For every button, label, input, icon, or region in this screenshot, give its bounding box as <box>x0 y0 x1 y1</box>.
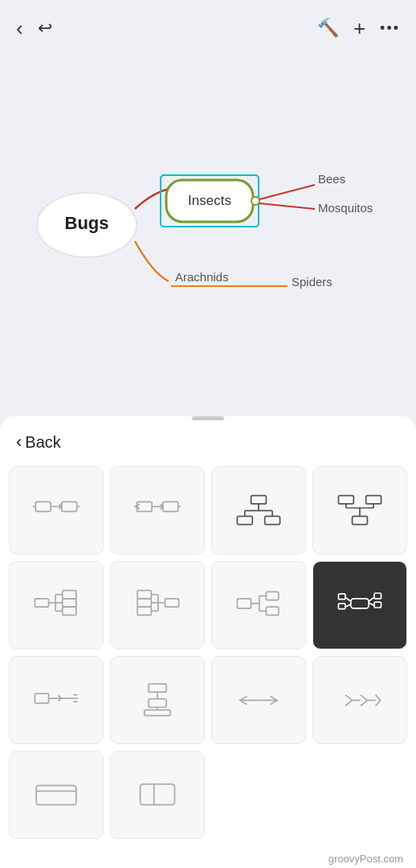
svg-rect-43 <box>63 599 76 607</box>
svg-rect-22 <box>251 496 267 504</box>
more-button[interactable]: ••• <box>380 20 400 37</box>
hammer-icon[interactable]: 🔨 <box>317 18 339 39</box>
shape-option-6[interactable] <box>110 561 205 649</box>
svg-rect-61 <box>351 599 369 608</box>
back-button[interactable]: ‹ <box>16 16 23 41</box>
svg-rect-70 <box>35 694 48 703</box>
svg-rect-42 <box>63 591 76 599</box>
shape-option-8[interactable] <box>312 561 407 649</box>
back-label: Back <box>25 433 60 452</box>
svg-rect-27 <box>237 516 252 524</box>
svg-rect-60 <box>266 607 278 615</box>
shape-option-10[interactable] <box>110 656 205 744</box>
svg-text:Arachnids: Arachnids <box>175 270 229 284</box>
shape-option-3[interactable] <box>211 466 306 555</box>
svg-rect-76 <box>149 684 166 692</box>
svg-rect-78 <box>149 699 166 707</box>
svg-rect-68 <box>338 594 345 600</box>
svg-rect-36 <box>35 599 48 607</box>
svg-point-4 <box>251 197 259 205</box>
svg-rect-59 <box>266 592 278 600</box>
back-button[interactable]: ‹ Back <box>16 432 61 452</box>
panel-header: ‹ Back <box>0 420 416 461</box>
svg-rect-29 <box>338 496 353 504</box>
svg-text:Mosquitos: Mosquitos <box>318 201 373 215</box>
svg-line-7 <box>259 203 315 209</box>
watermark: groovyPost.com <box>0 848 416 868</box>
watermark-text: groovyPost.com <box>328 853 403 865</box>
svg-rect-86 <box>141 784 175 805</box>
svg-rect-64 <box>374 593 381 599</box>
shape-option-9[interactable] <box>9 656 104 744</box>
svg-rect-69 <box>338 604 345 609</box>
shape-option-11[interactable] <box>211 656 306 744</box>
svg-line-66 <box>345 597 351 601</box>
svg-rect-35 <box>353 516 368 524</box>
shape-option-4[interactable] <box>312 466 407 555</box>
svg-rect-44 <box>63 607 76 615</box>
svg-line-5 <box>259 185 315 199</box>
svg-rect-53 <box>137 607 151 615</box>
svg-rect-13 <box>62 502 77 511</box>
svg-rect-28 <box>265 516 280 524</box>
header-left: ‹ ↩ <box>16 16 52 41</box>
mindmap-canvas: ‹ ↩ 🔨 + ••• Bugs Insects <box>0 0 416 410</box>
header-right: 🔨 + ••• <box>317 16 400 41</box>
shape-option-14[interactable] <box>110 751 205 839</box>
shape-option-5[interactable] <box>9 561 104 649</box>
shape-option-7[interactable] <box>211 561 306 649</box>
svg-rect-30 <box>366 496 381 504</box>
svg-text:Bugs: Bugs <box>65 213 109 233</box>
shapes-grid <box>0 461 416 848</box>
add-button[interactable]: + <box>353 16 365 41</box>
shape-option-1[interactable] <box>9 466 104 555</box>
svg-text:Bees: Bees <box>318 172 345 186</box>
shape-option-12[interactable] <box>312 656 407 744</box>
svg-rect-80 <box>145 710 171 715</box>
back-chevron-icon: ‹ <box>16 432 22 452</box>
svg-line-62 <box>369 597 374 601</box>
svg-rect-12 <box>35 502 51 511</box>
svg-line-63 <box>369 603 374 605</box>
svg-rect-45 <box>165 599 178 607</box>
svg-rect-84 <box>36 785 76 805</box>
svg-rect-54 <box>237 599 251 608</box>
app-header: ‹ ↩ 🔨 + ••• <box>0 0 416 56</box>
svg-text:Spiders: Spiders <box>292 275 332 289</box>
svg-rect-52 <box>137 599 151 607</box>
mindmap-diagram: Bugs Insects Bees Mosquitos Arachnids <box>0 48 416 410</box>
svg-rect-17 <box>137 502 152 511</box>
undo-button[interactable]: ↩ <box>38 18 52 39</box>
shape-option-2[interactable] <box>110 466 205 555</box>
svg-rect-65 <box>374 602 381 608</box>
svg-rect-18 <box>163 502 178 511</box>
insects-label: Insects <box>188 193 231 208</box>
svg-line-67 <box>345 604 351 607</box>
svg-rect-51 <box>137 591 151 599</box>
shape-panel: ‹ Back <box>0 416 416 868</box>
shape-option-13[interactable] <box>9 751 104 839</box>
